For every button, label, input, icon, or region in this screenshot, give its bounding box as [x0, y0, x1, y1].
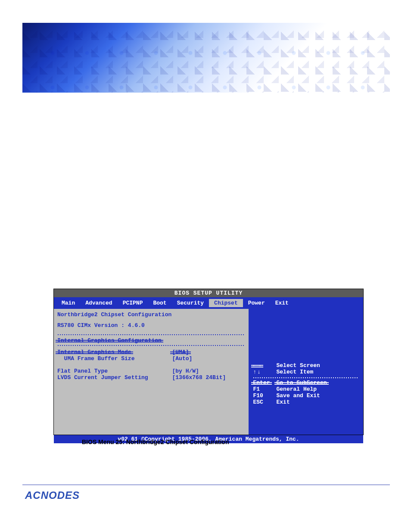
- setting-label: Flat Panel Type: [57, 368, 172, 374]
- divider: [57, 345, 245, 346]
- tab-security[interactable]: Security: [172, 299, 209, 307]
- setting-label: UMA Frame Buffer Size: [57, 355, 172, 362]
- help-esc: ESC Exit: [253, 399, 359, 405]
- help-select-screen: ←→ Select Screen: [253, 362, 359, 369]
- bios-screenshot: BIOS SETUP UTILITY Main Advanced PCIPNP …: [53, 289, 364, 435]
- help-select-item: ↑↓ Select Item: [253, 369, 359, 375]
- help-f1: F1 General Help: [253, 386, 359, 392]
- bios-left-panel: Northbridge2 Chipset Configuration RS780…: [54, 309, 249, 435]
- divider: [253, 377, 359, 379]
- brand-logo: ACNODES: [25, 489, 80, 501]
- tab-advanced[interactable]: Advanced: [80, 299, 117, 307]
- setting-value: [Auto]: [172, 355, 245, 362]
- tab-pcipnp[interactable]: PCIPNP: [118, 299, 148, 307]
- setting-row-redacted[interactable]: Internal Graphics Mode [UMA]: [57, 349, 245, 355]
- help-subscreen-redacted: Enter Go to SubScreen: [253, 380, 359, 386]
- footer-rule: [22, 485, 390, 485]
- bios-title: BIOS SETUP UTILITY: [54, 289, 363, 297]
- setting-row-flat-panel[interactable]: Flat Panel Type [by H/W]: [57, 368, 245, 374]
- setting-row-lvds-jumper[interactable]: LVDS Current Jumper Setting [1366x768 24…: [57, 374, 245, 381]
- tab-main[interactable]: Main: [56, 299, 80, 307]
- setting-value: [1366x768 24Bit]: [172, 374, 245, 381]
- setting-label: LVDS Current Jumper Setting: [57, 374, 172, 381]
- setting-value: [by H/W]: [172, 368, 245, 374]
- section-title: Northbridge2 Chipset Configuration: [57, 311, 245, 318]
- setting-row-uma-buffer[interactable]: UMA Frame Buffer Size [Auto]: [57, 355, 245, 362]
- banner-texture: [22, 23, 390, 93]
- bios-body: Northbridge2 Chipset Configuration RS780…: [54, 309, 363, 435]
- header-banner: [22, 23, 390, 93]
- version-line: RS780 CIMx Version : 4.6.0: [57, 322, 245, 329]
- tab-power[interactable]: Power: [243, 299, 270, 307]
- figure-caption: BIOS Menu 25: Northbridge2 Chipset Confi…: [82, 439, 229, 445]
- bios-menu: Main Advanced PCIPNP Boot Security Chips…: [54, 297, 363, 309]
- tab-chipset[interactable]: Chipset: [209, 299, 243, 307]
- group-header-redacted: Internal Graphics Configuration: [57, 337, 245, 344]
- tab-boot[interactable]: Boot: [148, 299, 171, 307]
- divider: [57, 334, 245, 336]
- bios-right-panel: ←→ Select Screen ↑↓ Select Item Enter Go…: [249, 309, 363, 435]
- help-f10: F10 Save and Exit: [253, 392, 359, 399]
- tab-exit[interactable]: Exit: [270, 299, 294, 307]
